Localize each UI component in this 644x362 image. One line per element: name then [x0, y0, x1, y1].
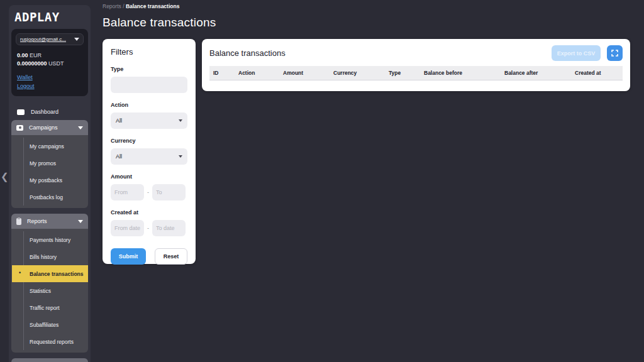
col-id: ID: [213, 70, 238, 76]
sidebar-item-subaffiliates[interactable]: Subaffiliates: [24, 316, 88, 333]
filters-title: Filters: [111, 47, 187, 57]
account-dropdown[interactable]: rusjogout@gmail.c...: [16, 33, 84, 45]
currency-select[interactable]: All: [111, 148, 187, 165]
chevron-down-icon: [179, 119, 182, 122]
balance-usdt: 0.00000000 USDT: [17, 60, 84, 68]
sidebar-collapse-icon[interactable]: ❮: [1, 171, 9, 182]
table-title: Balance transactions: [209, 48, 286, 58]
amount-to-input[interactable]: [152, 184, 186, 200]
table-header-row: ID Action Amount Currency Type Balance b…: [209, 66, 623, 80]
sidebar-item-label: Balance transactions: [30, 271, 84, 277]
balance-eur-currency: EUR: [30, 52, 42, 58]
chevron-down-icon: [179, 155, 182, 158]
user-links: Wallet Logout: [17, 73, 84, 90]
logout-link[interactable]: Logout: [17, 82, 84, 90]
breadcrumb-current: Balance transactions: [126, 3, 180, 9]
type-label: Type: [111, 66, 187, 72]
section-label: Campaigns: [29, 124, 58, 131]
action-label: Action: [111, 102, 187, 108]
app-logo: ADPLAY: [9, 4, 91, 28]
col-currency: Currency: [333, 70, 389, 76]
sidebar-item-my-promos[interactable]: My promos: [24, 155, 88, 172]
page-title: Balance transactions: [103, 16, 216, 30]
sidebar-item-affiliate-program[interactable]: Affiliate program: [11, 358, 88, 362]
amount-label: Amount: [111, 173, 187, 180]
sidebar-item-my-postbacks[interactable]: My postbacks: [24, 172, 88, 189]
export-csv-button[interactable]: Export to CSV: [552, 45, 601, 61]
col-action: Action: [238, 70, 283, 76]
col-amount: Amount: [283, 70, 333, 76]
col-balance-before: Balance before: [424, 70, 504, 76]
filter-amount-group: Amount -: [111, 173, 187, 200]
user-panel: rusjogout@gmail.c... 0.00 EUR 0.00000000…: [11, 29, 88, 96]
campaigns-icon: [16, 125, 23, 131]
chevron-down-icon: [74, 38, 79, 41]
filter-currency-group: Currency All: [111, 138, 187, 165]
sidebar-item-requested-reports[interactable]: Requested reports: [24, 333, 88, 350]
sidebar-item-statistics[interactable]: Statistics: [24, 282, 88, 299]
sidebar-section-reports: Reports Payments history Bills history •…: [11, 214, 88, 353]
type-input[interactable]: [111, 77, 187, 93]
sidebar-item-campaigns[interactable]: Campaigns: [11, 120, 88, 135]
sidebar-section-campaigns: Campaigns My campaigns My promos My post…: [11, 120, 88, 208]
dashboard-icon: [17, 109, 25, 115]
breadcrumb: Reports / Balance transactions: [103, 3, 179, 9]
col-type: Type: [389, 70, 424, 76]
sidebar-item-my-campaigns[interactable]: My campaigns: [24, 138, 88, 155]
currency-label: Currency: [111, 138, 187, 144]
submit-button[interactable]: Submit: [111, 248, 146, 265]
balance-eur: 0.00 EUR: [17, 52, 84, 60]
filter-created-group: Created at -: [111, 209, 187, 236]
user-email: rusjogout@gmail.c...: [20, 36, 66, 42]
chevron-down-icon: [78, 126, 83, 129]
balance-eur-amount: 0.00: [17, 52, 28, 58]
range-separator: -: [147, 225, 149, 231]
breadcrumb-separator: /: [123, 3, 124, 9]
filter-type-group: Type: [111, 66, 187, 93]
created-to-input[interactable]: [152, 220, 186, 236]
balance-usdt-currency: USDT: [48, 60, 64, 67]
balance-usdt-amount: 0.00000000: [17, 60, 47, 67]
sidebar-item-traffic-report[interactable]: Traffic report: [24, 299, 88, 316]
reports-submenu: Payments history Bills history • Balance…: [11, 229, 88, 353]
filters-panel: Filters Type Action All Currency All Amo…: [103, 39, 196, 264]
created-at-label: Created at: [111, 209, 187, 216]
sidebar-item-reports[interactable]: Reports: [11, 214, 88, 229]
campaigns-submenu: My campaigns My promos My postbacks Post…: [11, 135, 88, 208]
sidebar-item-bills-history[interactable]: Bills history: [24, 248, 88, 265]
sidebar: ADPLAY rusjogout@gmail.c... 0.00 EUR 0.0…: [9, 5, 91, 362]
chevron-down-icon: [78, 220, 83, 223]
col-created-at: Created at: [575, 70, 623, 76]
balances: 0.00 EUR 0.00000000 USDT: [17, 52, 84, 68]
currency-select-value: All: [116, 153, 122, 160]
action-select-value: All: [116, 118, 122, 124]
section-label: Reports: [27, 218, 47, 224]
action-select[interactable]: All: [111, 112, 187, 129]
fullscreen-icon: [611, 50, 618, 57]
reset-button[interactable]: Reset: [155, 248, 187, 265]
filter-action-group: Action All: [111, 102, 187, 129]
active-bullet-icon: •: [19, 270, 21, 276]
sidebar-item-payments-history[interactable]: Payments history: [24, 231, 88, 248]
wallet-link[interactable]: Wallet: [17, 73, 84, 82]
balance-transactions-panel: Balance transactions Export to CSV ID Ac…: [202, 39, 630, 91]
sidebar-item-balance-transactions[interactable]: • Balance transactions: [12, 265, 88, 282]
amount-from-input[interactable]: [111, 184, 144, 200]
sidebar-item-dashboard[interactable]: Dashboard: [9, 104, 91, 120]
col-balance-after: Balance after: [504, 70, 575, 76]
fullscreen-button[interactable]: [607, 45, 623, 61]
breadcrumb-reports[interactable]: Reports: [103, 3, 121, 9]
range-separator: -: [147, 189, 149, 195]
reports-icon: [16, 218, 21, 225]
sidebar-item-label: Dashboard: [31, 109, 58, 115]
sidebar-section-affiliate: Affiliate program Commission plans: [11, 358, 88, 362]
sidebar-item-postbacks-log[interactable]: Postbacks log: [24, 189, 88, 206]
created-from-input[interactable]: [111, 220, 144, 236]
